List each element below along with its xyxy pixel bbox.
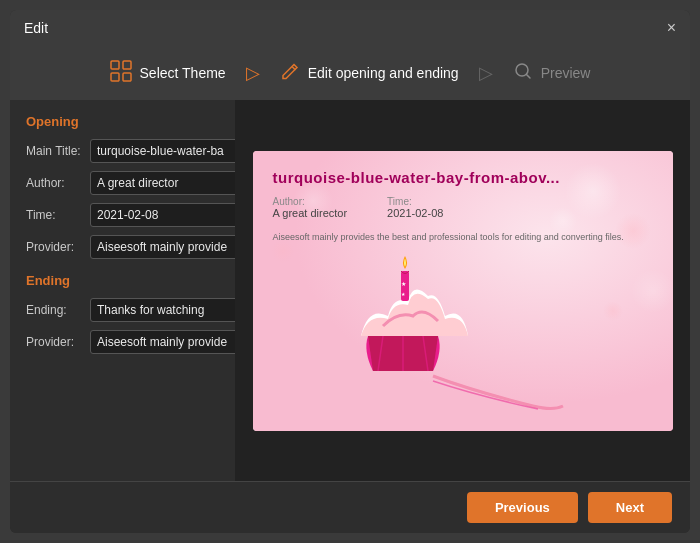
svg-text:★: ★ xyxy=(400,281,405,287)
ending-label: Ending: xyxy=(26,303,84,317)
footer-bar: Previous Next xyxy=(10,481,690,533)
preview-top: turquoise-blue-water-bay-from-abov... Au… xyxy=(253,151,673,231)
time-key: Time: xyxy=(387,196,443,207)
preview-title: turquoise-blue-water-bay-from-abov... xyxy=(273,169,653,186)
edit-opening-label: Edit opening and ending xyxy=(308,65,459,81)
author-val: A great director xyxy=(273,207,348,219)
edit-icon xyxy=(280,61,300,86)
provider-row: Provider: xyxy=(26,235,219,259)
nav-bar: Select Theme ▷ Edit opening and ending ▷… xyxy=(10,46,690,100)
nav-arrow-1: ▷ xyxy=(246,62,260,84)
title-bar: Edit × xyxy=(10,10,690,46)
author-key: Author: xyxy=(273,196,348,207)
svg-point-11 xyxy=(631,269,673,313)
ending-provider-row: Provider: xyxy=(26,330,219,354)
dialog-title: Edit xyxy=(24,20,48,36)
time-input[interactable] xyxy=(90,203,235,227)
time-val: 2021-02-08 xyxy=(387,207,443,219)
time-meta: Time: 2021-02-08 xyxy=(387,196,443,219)
time-row: Time: xyxy=(26,203,219,227)
author-meta: Author: A great director xyxy=(273,196,348,219)
preview-description: Aiseesoft mainly provides the best and p… xyxy=(253,231,673,244)
ending-provider-input[interactable] xyxy=(90,330,235,354)
ending-section-label: Ending xyxy=(26,273,219,288)
right-panel: ★ ★ turquoise-blue-water-bay-from-abov..… xyxy=(235,100,690,481)
main-title-row: Main Title: xyxy=(26,139,219,163)
svg-point-12 xyxy=(603,301,623,321)
author-row: Author: xyxy=(26,171,219,195)
svg-rect-1 xyxy=(123,61,131,69)
nav-edit-opening[interactable]: Edit opening and ending xyxy=(264,61,475,86)
preview-card: ★ ★ turquoise-blue-water-bay-from-abov..… xyxy=(253,151,673,431)
ending-input[interactable] xyxy=(90,298,235,322)
close-button[interactable]: × xyxy=(667,20,676,36)
ending-provider-label: Provider: xyxy=(26,335,84,349)
svg-rect-3 xyxy=(123,73,131,81)
edit-dialog: Edit × Select Theme ▷ Edi xyxy=(10,10,690,533)
select-theme-label: Select Theme xyxy=(140,65,226,81)
preview-label: Preview xyxy=(541,65,591,81)
preview-meta: Author: A great director Time: 2021-02-0… xyxy=(273,196,653,219)
preview-icon xyxy=(513,61,533,86)
nav-arrow-2: ▷ xyxy=(479,62,493,84)
main-title-label: Main Title: xyxy=(26,144,84,158)
theme-icon xyxy=(110,60,132,87)
provider-label: Provider: xyxy=(26,240,84,254)
author-label: Author: xyxy=(26,176,84,190)
previous-button[interactable]: Previous xyxy=(467,492,578,523)
opening-section-label: Opening xyxy=(26,114,219,129)
svg-rect-0 xyxy=(111,61,119,69)
left-panel: Opening Main Title: Author: Time: Provid… xyxy=(10,100,235,481)
content-area: Opening Main Title: Author: Time: Provid… xyxy=(10,100,690,481)
ending-row: Ending: xyxy=(26,298,219,322)
author-input[interactable] xyxy=(90,171,235,195)
next-button[interactable]: Next xyxy=(588,492,672,523)
svg-rect-2 xyxy=(111,73,119,81)
provider-input[interactable] xyxy=(90,235,235,259)
nav-select-theme[interactable]: Select Theme xyxy=(94,60,242,87)
nav-preview[interactable]: Preview xyxy=(497,61,607,86)
time-label: Time: xyxy=(26,208,84,222)
main-title-input[interactable] xyxy=(90,139,235,163)
